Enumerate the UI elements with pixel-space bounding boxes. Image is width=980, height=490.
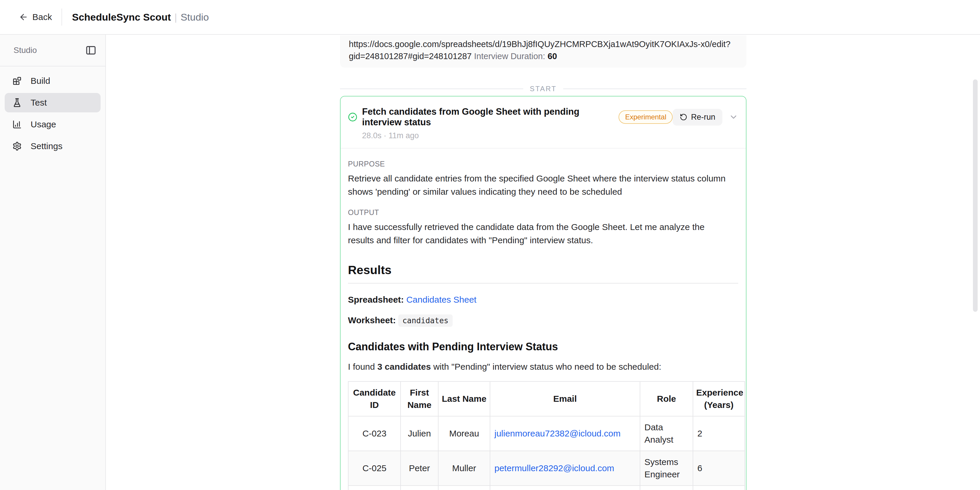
- config-panel[interactable]: https://docs.google.com/spreadsheets/d/1…: [340, 35, 746, 68]
- start-label: START: [530, 85, 557, 93]
- bar-chart-icon: [12, 120, 22, 129]
- candidates-table: Candidate ID First Name Last Name Email …: [348, 381, 745, 490]
- table-row: C-025 Peter Muller petermuller28292@iclo…: [348, 451, 745, 485]
- interview-duration-value: 60: [548, 51, 557, 61]
- col-first-name: First Name: [401, 382, 438, 416]
- table-row: C-023 Julien Moreau julienmoreau72382@ic…: [348, 416, 745, 451]
- spreadsheet-link[interactable]: Candidates Sheet: [406, 295, 476, 304]
- results-heading: Results: [348, 263, 738, 283]
- summary-line: I found 3 candidates with "Pending" inte…: [348, 362, 738, 372]
- header-divider: [62, 8, 62, 25]
- arrow-left-icon: [19, 12, 28, 22]
- main-content: https://docs.google.com/spreadsheets/d/1…: [107, 35, 980, 490]
- candidate-email-link[interactable]: petermuller28292@icloud.com: [495, 463, 614, 473]
- sidebar-header: Studio: [0, 35, 105, 67]
- col-email: Email: [490, 382, 640, 416]
- vertical-scrollbar[interactable]: [973, 80, 978, 312]
- title-separator: |: [174, 11, 177, 23]
- output-text: I have successfully retrieved the candid…: [348, 220, 730, 247]
- worksheet-value: candidates: [398, 314, 453, 327]
- col-role: Role: [640, 382, 693, 416]
- candidate-email-link[interactable]: julienmoreau72382@icloud.com: [495, 428, 620, 438]
- back-button[interactable]: Back: [19, 12, 52, 22]
- start-divider: START: [340, 85, 746, 93]
- blocks-icon: [12, 76, 22, 86]
- rerun-button[interactable]: Re-run: [673, 109, 722, 126]
- flask-icon: [12, 98, 22, 107]
- col-experience: Experience (Years): [693, 382, 745, 416]
- task-title: Fetch candidates from Google Sheet with …: [362, 107, 612, 128]
- sidebar-item-label: Test: [30, 98, 47, 108]
- sidebar-item-test[interactable]: Test: [5, 93, 100, 112]
- top-header-bar: Back ScheduleSync Scout | Studio: [0, 0, 980, 35]
- chevron-down-icon[interactable]: [729, 112, 738, 122]
- gear-icon: [12, 142, 22, 151]
- title-context: Studio: [181, 11, 209, 23]
- sidebar-item-label: Build: [30, 76, 50, 86]
- pending-candidates-heading: Candidates with Pending Interview Status: [348, 340, 738, 353]
- task-card-header: Fetch candidates from Google Sheet with …: [340, 97, 746, 148]
- sidebar-item-usage[interactable]: Usage: [5, 115, 100, 134]
- sidebar-item-label: Usage: [30, 119, 56, 129]
- output-label: OUTPUT: [348, 208, 738, 217]
- experimental-badge: Experimental: [619, 110, 673, 124]
- col-candidate-id: Candidate ID: [348, 382, 401, 416]
- app-title: ScheduleSync Scout: [72, 11, 171, 23]
- task-card-body: PURPOSE Retrieve all candidate entries f…: [340, 160, 746, 490]
- col-last-name: Last Name: [438, 382, 490, 416]
- panel-toggle-icon[interactable]: [85, 45, 97, 56]
- purpose-label: PURPOSE: [348, 160, 738, 168]
- spreadsheet-line: Spreadsheet: Candidates Sheet: [348, 295, 738, 305]
- rerun-icon: [680, 113, 687, 121]
- sidebar: Studio Build Test Usage Settings: [0, 35, 106, 490]
- worksheet-line: Worksheet: candidates: [348, 315, 738, 325]
- table-row: C-028 Henry Thompson henry.thom333443pso…: [348, 485, 745, 490]
- table-header-row: Candidate ID First Name Last Name Email …: [348, 382, 745, 416]
- sidebar-item-label: Settings: [30, 141, 62, 151]
- success-check-icon: [348, 112, 357, 122]
- sidebar-item-build[interactable]: Build: [5, 71, 100, 91]
- sidebar-item-settings[interactable]: Settings: [5, 137, 100, 156]
- task-card: Fetch candidates from Google Sheet with …: [340, 96, 746, 490]
- sidebar-title: Studio: [14, 46, 37, 55]
- sidebar-nav: Build Test Usage Settings: [0, 67, 105, 161]
- purpose-text: Retrieve all candidate entries from the …: [348, 172, 730, 198]
- task-duration-meta: 28.0s · 11m ago: [362, 131, 738, 140]
- back-label: Back: [32, 12, 52, 22]
- interview-duration-label: Interview Duration:: [474, 51, 545, 61]
